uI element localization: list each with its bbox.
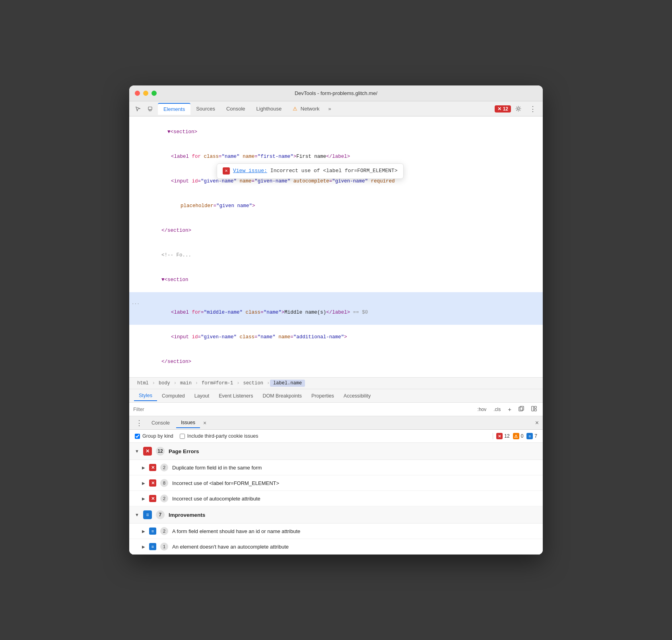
- third-party-label[interactable]: Include third-party cookie issues: [180, 433, 258, 439]
- issue-text: An element doesn't have an autocomplete …: [172, 544, 289, 550]
- issue-count: 1: [160, 543, 168, 551]
- tab-properties[interactable]: Properties: [307, 391, 339, 401]
- devtools-window: DevTools - form-problems.glitch.me/ Elem…: [129, 85, 543, 555]
- third-party-checkbox[interactable]: [180, 434, 185, 439]
- page-errors-group-icon: ✕: [143, 447, 152, 456]
- dom-panel: ▼<section> <label for class="name" name=…: [129, 116, 543, 378]
- filter-actions: :hov .cls +: [476, 405, 539, 413]
- tab-sources[interactable]: Sources: [190, 103, 221, 114]
- issue-row-label-for[interactable]: ▶ ✕ 8 Incorrect use of <label for=FORM_E…: [129, 475, 543, 491]
- breadcrumb-form[interactable]: form#form-1: [198, 380, 236, 387]
- improvements-group-header[interactable]: ▼ ≡ 7 Improvements: [129, 506, 543, 524]
- svg-rect-7: [534, 409, 536, 411]
- cls-button[interactable]: .cls: [491, 406, 503, 413]
- copy-style-button[interactable]: [517, 405, 526, 413]
- error-count: 12: [503, 106, 508, 112]
- issue-error-icon: ✕: [149, 479, 156, 487]
- layout-button[interactable]: [529, 405, 539, 413]
- maximize-button[interactable]: [151, 91, 157, 96]
- dom-line[interactable]: </section>: [129, 218, 543, 243]
- filter-input[interactable]: [133, 407, 196, 412]
- bottom-tab-menu-icon[interactable]: ⋮: [133, 418, 145, 428]
- tooltip-link[interactable]: View issue:: [233, 167, 267, 175]
- tab-layout[interactable]: Layout: [190, 391, 214, 401]
- bottom-tab-console[interactable]: Console: [147, 418, 175, 428]
- dom-line[interactable]: ▼<section>: [129, 120, 543, 144]
- svg-rect-1: [149, 110, 151, 111]
- breadcrumb-body[interactable]: body: [155, 380, 173, 387]
- issue-info-icon: ≡: [149, 543, 156, 550]
- tab-accessibility[interactable]: Accessibility: [339, 391, 375, 401]
- error-count-badge[interactable]: ✕ 12: [495, 105, 511, 112]
- issue-count: 2: [160, 495, 168, 502]
- breadcrumb-main[interactable]: main: [177, 380, 195, 387]
- close-button[interactable]: [135, 91, 140, 96]
- breadcrumb-html[interactable]: html: [134, 380, 152, 387]
- window-title: DevTools - form-problems.glitch.me/: [295, 90, 377, 96]
- issues-toolbar: Group by kind Include third-party cookie…: [129, 430, 543, 443]
- group-by-kind-label[interactable]: Group by kind: [135, 433, 173, 439]
- issue-row-arrow: ▶: [142, 529, 145, 533]
- issue-row-no-autocomplete[interactable]: ▶ ≡ 1 An element doesn't have an autocom…: [129, 539, 543, 555]
- issue-info-icon: ≡: [149, 528, 156, 535]
- more-options-icon[interactable]: ⋮: [527, 103, 538, 114]
- traffic-lights: [135, 91, 157, 96]
- issue-row-autocomplete[interactable]: ▶ ✕ 2 Incorrect use of autocomplete attr…: [129, 491, 543, 506]
- tab-dom-breakpoints[interactable]: DOM Breakpoints: [258, 391, 307, 401]
- dom-line[interactable]: <input id="given-name" class="name" name…: [129, 325, 543, 349]
- tab-network[interactable]: ⚠ Network: [287, 103, 325, 114]
- issue-row-duplicate-id[interactable]: ▶ ✕ 2 Duplicate form field id in the sam…: [129, 460, 543, 475]
- warning-badge-icon: ⚠: [513, 433, 519, 439]
- bottom-tab-bar: ⋮ Console Issues × ×: [129, 416, 543, 430]
- page-errors-arrow: ▼: [135, 449, 139, 454]
- page-errors-group-header[interactable]: ▼ ✕ 12 Page Errors: [129, 443, 543, 460]
- tooltip-error-icon: ✕: [223, 167, 230, 175]
- breadcrumb-label[interactable]: label.name: [270, 380, 305, 387]
- dom-line[interactable]: <!-- Fo...: [129, 243, 543, 268]
- issue-count: 8: [160, 479, 168, 487]
- issue-row-arrow: ▶: [142, 481, 145, 485]
- tab-console[interactable]: Console: [221, 103, 251, 114]
- improvements-count: 7: [156, 510, 165, 519]
- issue-text: Incorrect use of <label for=FORM_ELEMENT…: [172, 480, 279, 486]
- page-errors-label: Page Errors: [169, 448, 199, 454]
- info-badge: ≡ 7: [526, 433, 537, 439]
- hov-button[interactable]: :hov: [476, 406, 489, 413]
- device-icon[interactable]: [145, 103, 156, 114]
- tab-elements[interactable]: Elements: [158, 103, 190, 114]
- issue-tooltip[interactable]: ✕ View issue: Incorrect use of <label fo…: [217, 163, 404, 179]
- cursor-icon[interactable]: [132, 103, 144, 114]
- warning-badge-count: 0: [521, 433, 524, 439]
- group-by-kind-checkbox[interactable]: [135, 434, 140, 439]
- add-style-button[interactable]: +: [506, 405, 513, 413]
- tab-more-button[interactable]: »: [325, 104, 334, 113]
- svg-rect-0: [148, 107, 152, 110]
- issue-row-id-name[interactable]: ▶ ≡ 2 A form field element should have a…: [129, 524, 543, 539]
- bottom-panel-close[interactable]: ×: [535, 419, 539, 427]
- filter-bar: :hov .cls +: [129, 403, 543, 416]
- minimize-button[interactable]: [143, 91, 148, 96]
- improvements-label: Improvements: [169, 512, 205, 518]
- warning-icon: ⚠: [293, 106, 297, 112]
- tab-styles[interactable]: Styles: [134, 391, 157, 401]
- dom-line[interactable]: placeholder="given name">: [129, 194, 543, 218]
- tab-computed[interactable]: Computed: [157, 391, 190, 401]
- dom-line-selected[interactable]: ··· <label for="middle-name" class="name…: [129, 292, 543, 325]
- dom-line[interactable]: ▼<section: [129, 268, 543, 292]
- dom-line[interactable]: </section>: [129, 349, 543, 374]
- issues-tab-close[interactable]: ×: [202, 420, 208, 426]
- bottom-tab-issues[interactable]: Issues: [176, 418, 200, 428]
- tab-lighthouse[interactable]: Lighthouse: [251, 103, 287, 114]
- bottom-panel: ⋮ Console Issues × × Group by kind Inclu…: [129, 416, 543, 555]
- titlebar: DevTools - form-problems.glitch.me/: [129, 85, 543, 101]
- settings-icon[interactable]: [513, 103, 524, 114]
- styles-tab-bar: Styles Computed Layout Event Listeners D…: [129, 389, 543, 403]
- issue-count: 2: [160, 464, 168, 471]
- issue-text: Incorrect use of autocomplete attribute: [172, 496, 260, 502]
- tab-event-listeners[interactable]: Event Listeners: [214, 391, 258, 401]
- issue-row-arrow: ▶: [142, 496, 145, 501]
- breadcrumb-section[interactable]: section: [240, 380, 266, 387]
- tooltip-message: Incorrect use of <label for=FORM_ELEMENT…: [270, 167, 398, 175]
- issue-error-icon: ✕: [149, 495, 156, 502]
- issue-row-arrow: ▶: [142, 465, 145, 470]
